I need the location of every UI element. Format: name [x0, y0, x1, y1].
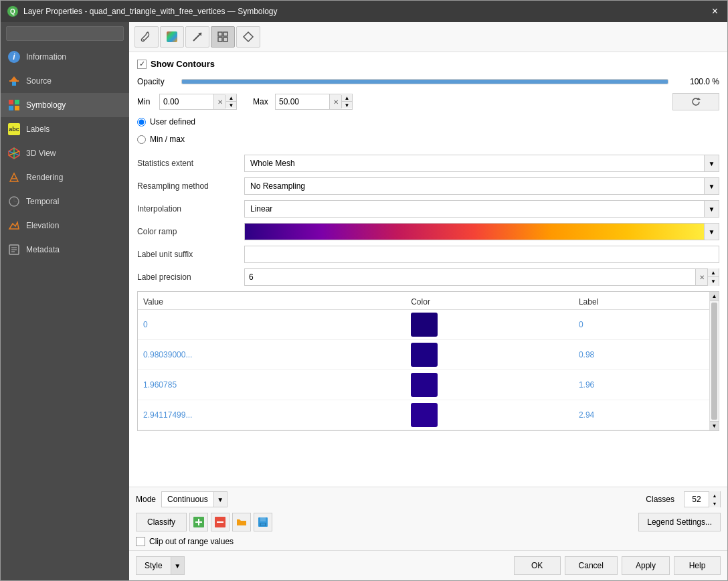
resampling-method-dropdown[interactable]: No Resampling ▼ [244, 177, 719, 195]
mode-arrow[interactable]: ▼ [213, 492, 227, 507]
color-ramp-display[interactable] [244, 223, 705, 240]
color-ramp-gradient [245, 224, 704, 240]
sidebar-item-elevation[interactable]: Elevation [1, 214, 129, 238]
cell-label: 0.98 [573, 340, 709, 370]
classify-button[interactable]: Classify [136, 513, 187, 531]
color-ramp-arrow[interactable]: ▼ [705, 223, 719, 240]
sidebar-item-metadata[interactable]: Metadata [1, 238, 129, 262]
color-swatch[interactable] [411, 373, 438, 397]
label-precision-decrement[interactable]: ▼ [708, 277, 719, 286]
max-clear-button[interactable]: ✕ [329, 94, 341, 109]
svg-rect-37 [261, 523, 265, 525]
radio-user-defined[interactable] [137, 118, 146, 127]
max-value-input[interactable] [276, 95, 329, 108]
color-table-wrapper: Value Color Label 0 [137, 291, 719, 431]
toolbar-gradient-button[interactable] [160, 26, 184, 48]
svg-rect-20 [167, 31, 177, 42]
toolbar-grid-button[interactable] [211, 26, 235, 48]
svg-rect-35 [260, 517, 266, 521]
scrollbar-down-button[interactable]: ▼ [710, 421, 719, 430]
main-content: i Information Source [1, 22, 727, 580]
toolbar-wrench-button[interactable] [134, 26, 159, 48]
resampling-method-arrow[interactable]: ▼ [704, 178, 719, 194]
classes-input-group: ▲ ▼ [684, 491, 721, 507]
add-button[interactable] [189, 513, 208, 531]
statistics-extent-arrow[interactable]: ▼ [704, 155, 719, 171]
color-swatch[interactable] [411, 343, 438, 367]
min-value-input[interactable] [160, 95, 213, 108]
min-increment-button[interactable]: ▲ [225, 95, 236, 102]
help-button[interactable]: Help [674, 556, 721, 575]
cell-color [405, 310, 573, 340]
statistics-extent-label: Statistics extent [137, 159, 244, 168]
ok-button[interactable]: OK [514, 556, 561, 575]
table-row: 1.960785 1.96 [138, 370, 709, 400]
max-increment-button[interactable]: ▲ [341, 95, 352, 102]
save-button[interactable] [254, 513, 272, 531]
color-swatch[interactable] [411, 313, 438, 337]
label-precision-clear-button[interactable]: ✕ [695, 269, 707, 285]
remove-button[interactable] [211, 513, 230, 531]
show-contours-checkbox[interactable] [137, 60, 147, 69]
radio-min-max[interactable] [137, 135, 146, 144]
legend-settings-button[interactable]: Legend Settings... [638, 513, 721, 531]
color-swatch[interactable] [411, 403, 438, 427]
sidebar-label-temporal: Temporal [26, 197, 59, 206]
label-precision-input[interactable] [245, 270, 695, 284]
symbology-icon [7, 98, 21, 112]
sidebar-item-source[interactable]: Source [1, 69, 129, 93]
scrollbar-thumb[interactable] [711, 303, 717, 420]
statistics-extent-dropdown[interactable]: Whole Mesh ▼ [244, 155, 719, 172]
svg-marker-27 [244, 32, 253, 42]
toolbar-diamond-button[interactable] [236, 26, 260, 48]
titlebar: Q Layer Properties - quad_and_triangle_w… [1, 1, 727, 22]
close-button[interactable]: × [709, 5, 721, 17]
scrollbar-up-button[interactable]: ▲ [710, 292, 719, 301]
classes-decrement[interactable]: ▼ [709, 499, 720, 507]
sidebar-item-symbology[interactable]: Symbology [1, 93, 129, 117]
col-header-label: Label [573, 295, 709, 310]
style-arrow[interactable]: ▼ [171, 557, 184, 574]
interpolation-arrow[interactable]: ▼ [704, 201, 719, 217]
color-ramp-row: Color ramp ▼ [137, 223, 719, 240]
sidebar-label-3dview: 3D View [26, 149, 56, 158]
svg-rect-0 [9, 80, 19, 82]
min-input[interactable]: ✕ ▲ ▼ [159, 94, 237, 110]
max-input[interactable]: ✕ ▲ ▼ [275, 94, 353, 110]
sidebar-item-information[interactable]: i Information [1, 45, 129, 69]
max-label: Max [253, 97, 270, 106]
sidebar-item-rendering[interactable]: Rendering [1, 165, 129, 189]
apply-button[interactable]: Apply [622, 556, 670, 575]
sidebar-item-temporal[interactable]: Temporal [1, 189, 129, 214]
search-input[interactable] [6, 26, 124, 41]
sidebar-item-3dview[interactable]: 3D View [1, 141, 129, 165]
min-clear-button[interactable]: ✕ [213, 94, 225, 109]
svg-rect-5 [9, 106, 13, 110]
interpolation-dropdown[interactable]: Linear ▼ [244, 200, 719, 218]
classify-row: Classify [136, 513, 721, 531]
min-spin-buttons: ▲ ▼ [225, 95, 236, 108]
minmax-row: Min ✕ ▲ ▼ Max ✕ ▲ [137, 93, 719, 110]
mode-dropdown[interactable]: Continuous ▼ [161, 491, 227, 507]
sidebar-item-labels[interactable]: abc Labels [1, 117, 129, 141]
toolbar-arrow-button[interactable] [185, 26, 209, 48]
opacity-label: Opacity [137, 77, 177, 86]
svg-rect-24 [223, 32, 227, 36]
cell-label: 2.94 [573, 400, 709, 430]
folder-button[interactable] [232, 513, 251, 531]
main-window: Q Layer Properties - quad_and_triangle_w… [0, 0, 728, 581]
refresh-button[interactable] [672, 93, 719, 110]
max-decrement-button[interactable]: ▼ [341, 102, 352, 108]
cancel-button[interactable]: Cancel [565, 556, 618, 575]
label-unit-suffix-control [244, 246, 719, 263]
label-unit-suffix-input[interactable] [245, 246, 719, 262]
label-precision-increment[interactable]: ▲ [708, 268, 719, 277]
classes-input[interactable] [685, 493, 709, 505]
opacity-slider[interactable] [181, 79, 668, 84]
classes-increment[interactable]: ▲ [709, 491, 720, 499]
clip-row: Clip out of range values [136, 537, 721, 546]
clip-checkbox[interactable] [136, 537, 145, 546]
style-dropdown[interactable]: Style ▼ [136, 556, 185, 575]
cell-label: 0 [573, 310, 709, 340]
min-decrement-button[interactable]: ▼ [225, 102, 236, 108]
